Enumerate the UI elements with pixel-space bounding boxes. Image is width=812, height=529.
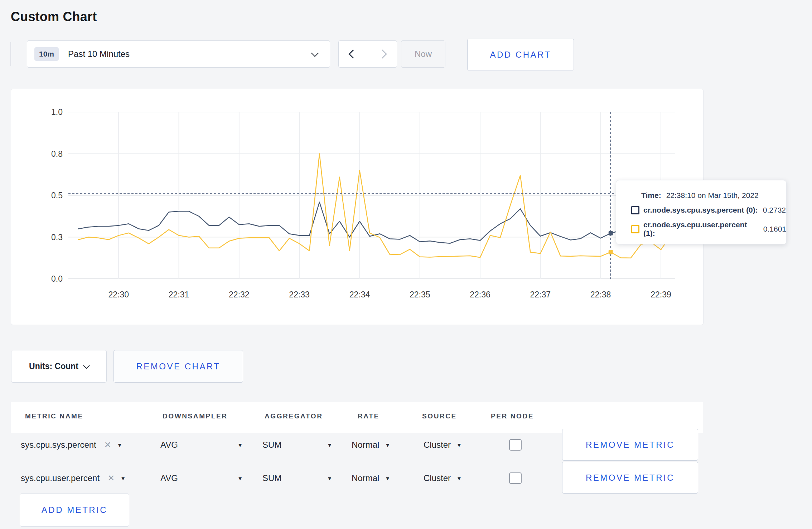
page-title: Custom Chart [11, 9, 97, 24]
chart-tooltip: Time: 22:38:10 on Mar 15th, 2022 cr.node… [616, 180, 787, 244]
rate-dropdown[interactable]: ▼ [385, 442, 390, 448]
units-label: Units: Count [29, 361, 78, 371]
aggregator-value: SUM [262, 473, 281, 483]
svg-text:0.5: 0.5 [51, 191, 63, 200]
svg-text:22:36: 22:36 [470, 290, 490, 299]
metric-name-value: sys.cpu.sys.percent [21, 440, 96, 450]
tooltip-series-value: 0.1601 [763, 225, 786, 233]
tooltip-series-name: cr.node.sys.cpu.user.percent (1): [643, 220, 758, 238]
chevron-down-icon [83, 362, 90, 369]
rate-dropdown[interactable]: ▼ [385, 475, 390, 481]
svg-text:1.0: 1.0 [51, 107, 63, 117]
svg-text:22:35: 22:35 [410, 290, 430, 299]
remove-chart-button[interactable]: REMOVE CHART [113, 350, 243, 383]
metric-name-value: sys.cpu.user.percent [21, 473, 100, 483]
aggregator-dropdown[interactable]: ▼ [327, 442, 332, 448]
add-chart-button[interactable]: ADD CHART [467, 39, 574, 71]
series-user-swatch-icon [631, 225, 639, 233]
clear-metric-icon[interactable]: ✕ [107, 473, 115, 483]
col-per-node: PER NODE [491, 412, 534, 420]
tooltip-time-label: Time: [641, 191, 661, 200]
source-dropdown[interactable]: ▼ [456, 475, 462, 481]
time-range-dropdown[interactable]: 10m Past 10 Minutes [27, 40, 330, 68]
col-aggregator: AGGREGATOR [265, 412, 323, 420]
svg-text:0.0: 0.0 [51, 274, 63, 283]
remove-metric-button[interactable]: REMOVE METRIC [562, 429, 698, 461]
next-range-button[interactable] [368, 41, 397, 67]
toolbar-divider [10, 42, 11, 66]
tooltip-time-value: 22:38:10 on Mar 15th, 2022 [666, 191, 759, 200]
metric-name-dropdown[interactable]: ▼ [120, 475, 126, 481]
svg-text:22:31: 22:31 [169, 290, 189, 299]
source-value: Cluster [424, 473, 451, 483]
col-downsampler: DOWNSAMPLER [163, 412, 228, 420]
aggregator-dropdown[interactable]: ▼ [327, 475, 332, 481]
per-node-checkbox[interactable] [509, 472, 522, 484]
svg-text:0.3: 0.3 [51, 233, 63, 242]
col-source: SOURCE [422, 412, 457, 420]
chart-card: 0.00.30.50.81.022:3022:3122:3222:3322:34… [11, 89, 704, 325]
time-range-badge: 10m [34, 47, 59, 61]
metrics-table-header: METRIC NAME DOWNSAMPLER AGGREGATOR RATE … [11, 402, 703, 433]
time-nav-group [338, 40, 397, 68]
timeseries-chart[interactable]: 0.00.30.50.81.022:3022:3122:3222:3322:34… [11, 89, 703, 325]
remove-metric-button[interactable]: REMOVE METRIC [562, 462, 698, 494]
col-metric-name: METRIC NAME [25, 412, 83, 420]
svg-text:22:38: 22:38 [590, 290, 611, 299]
downsampler-value: AVG [160, 473, 178, 483]
col-rate: RATE [358, 412, 380, 420]
svg-text:22:37: 22:37 [530, 290, 551, 299]
prev-range-button[interactable] [339, 41, 368, 67]
per-node-checkbox[interactable] [509, 439, 522, 451]
source-dropdown[interactable]: ▼ [456, 442, 462, 448]
custom-chart-page: Custom Chart 10m Past 10 Minutes Now ADD… [0, 0, 812, 529]
source-value: Cluster [424, 440, 451, 450]
downsampler-dropdown[interactable]: ▼ [237, 475, 243, 481]
svg-text:22:34: 22:34 [349, 290, 370, 299]
svg-text:22:39: 22:39 [651, 290, 671, 299]
aggregator-value: SUM [262, 440, 281, 450]
series-sys-swatch-icon [631, 206, 639, 214]
tooltip-series-name: cr.node.sys.cpu.sys.percent (0): [643, 206, 758, 214]
rate-value: Normal [352, 440, 379, 450]
chevron-right-icon [378, 49, 387, 58]
add-metric-button[interactable]: ADD METRIC [20, 494, 129, 526]
svg-text:22:33: 22:33 [289, 290, 310, 299]
tooltip-series-value: 0.2732 [763, 206, 786, 214]
svg-text:22:32: 22:32 [229, 290, 250, 299]
units-dropdown[interactable]: Units: Count [11, 350, 107, 383]
svg-text:22:30: 22:30 [108, 290, 129, 299]
rate-value: Normal [352, 473, 379, 483]
metric-name-dropdown[interactable]: ▼ [117, 442, 122, 448]
clear-metric-icon[interactable]: ✕ [104, 440, 111, 450]
svg-text:0.8: 0.8 [51, 149, 63, 159]
chevron-left-icon [349, 49, 358, 58]
downsampler-value: AVG [160, 440, 178, 450]
now-button[interactable]: Now [401, 40, 445, 68]
time-range-label: Past 10 Minutes [68, 49, 130, 59]
downsampler-dropdown[interactable]: ▼ [237, 442, 243, 448]
chevron-down-icon [311, 49, 319, 57]
